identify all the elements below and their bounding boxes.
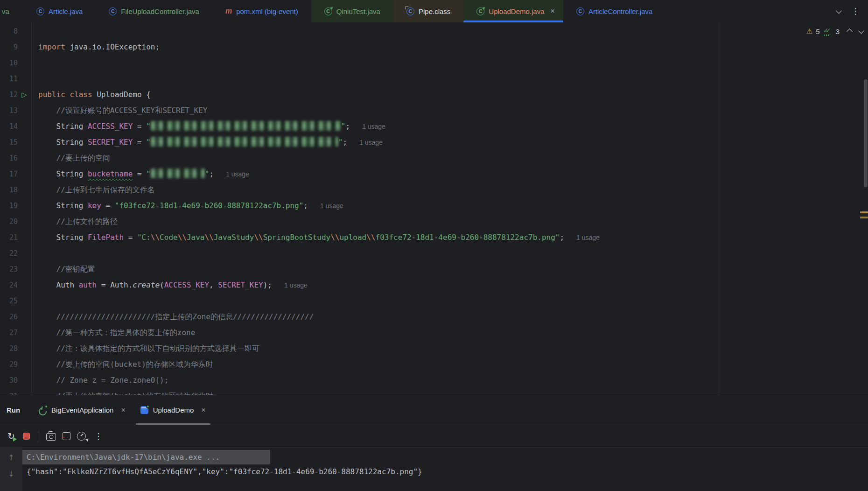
prev-issue-icon[interactable] [847,28,853,35]
code-token: " [146,138,151,147]
tab-label: UploadDemo.java [489,7,544,15]
code-token: String [56,233,88,242]
warning-stripe-mark[interactable] [860,211,868,213]
next-issue-icon[interactable] [858,28,864,34]
code-token [38,281,56,289]
code-line: //密钥配置 [38,261,868,277]
code-token: SECRET_KEY [88,138,133,147]
usage-hint[interactable]: 1 usage [226,170,249,178]
line-number: 29 [0,360,18,369]
usage-hint[interactable]: 1 usage [576,234,600,241]
editor-tab-uploaddemo-java[interactable]: CUploadDemo.java× [463,0,563,22]
code-token [38,392,56,395]
run-line-icon[interactable]: ▷ [21,91,27,98]
scroll-down-icon[interactable]: ↓ [8,470,14,478]
censored-text [151,121,341,131]
line-number: 19 [0,202,18,210]
double-check-icon: ✓ ✓ [823,28,833,35]
editor-tab-fileuploadcontroller-java[interactable]: CFileUploadController.java [96,0,212,22]
tab-label: ArticleController.java [588,7,653,15]
gutter-line: 29 [0,357,31,372]
tab-label: FileUploadController.java [121,7,199,15]
gutter-line: 19 [0,198,31,214]
editor-tab-pipe-class[interactable]: CPipe.class [393,0,463,22]
gutter-line: 24 [0,277,31,293]
close-icon[interactable]: × [201,406,205,414]
line-number: 21 [0,233,18,242]
line-number: 24 [0,281,18,289]
warning-stripe-mark[interactable] [860,217,868,218]
editor-tab-article-java[interactable]: CArticle.java [23,0,96,22]
code-token: ; [303,201,308,210]
editor-scrollbar[interactable] [864,79,868,187]
scroll-up-icon[interactable]: ↑ [8,453,14,462]
gutter-line: 22 [0,246,31,261]
editor-tab-pom-xml-big-event-[interactable]: mpom.xml (big-event) [212,0,311,22]
gauge-icon[interactable] [77,432,86,441]
editor-tab-articlecontroller-java[interactable]: CArticleController.java [563,0,666,22]
line-number: 23 [0,265,18,274]
gutter-line: 15 [0,134,31,150]
code-token: //要上传的空间(bucket)的存储区域为华东时 [56,360,213,369]
tab-label: va [2,7,9,15]
close-icon[interactable]: × [121,406,125,414]
gutter-line: 14 [0,119,31,134]
gutter-line: 31 [0,388,31,395]
usage-hint[interactable]: 1 usage [359,139,383,146]
right-margin-guide [719,22,719,395]
editor-tab-partial[interactable]: va [0,0,10,22]
run-tab-uploaddemo[interactable]: UploadDemo× [133,395,213,425]
code-token: upload [339,233,366,242]
code-line: //第一种方式：指定具体的要上传的zone [38,325,868,341]
chevron-down-icon[interactable] [836,7,842,14]
code-token: String [56,138,88,147]
code-token [38,344,56,353]
code-line: //注：该具体指定的方式和以下自动识别的方式选择其一即可 [38,341,868,357]
code-token: //上传文件的路径 [56,217,118,226]
inspections-widget[interactable]: ⚠ 5 ✓ ✓ 3 [806,27,863,35]
code-token: = [133,122,146,131]
code-token: = [133,169,146,178]
usage-hint[interactable]: 1 usage [362,123,385,130]
code-line: String FilePath = "C:\\Code\\Java\\JavaS… [38,230,868,246]
run-tab-label: BigEventApplication [51,406,113,414]
run-tabs-track: BigEventApplication×UploadDemo× [31,395,213,425]
usage-hint[interactable]: 1 usage [284,281,308,289]
kebab-menu-icon[interactable]: ⋮ [851,7,860,15]
code-line: //设置好账号的ACCESS_KEY和SECRET_KEY [38,103,868,119]
code-token [38,154,56,162]
code-token [38,360,56,369]
code-token: = [124,233,137,242]
censored-text [151,168,205,178]
code-token: //要上传的空间(bucket)的存储区域为华北时 [56,392,213,395]
code-token: //注：该具体指定的方式和以下自动识别的方式选择其一即可 [56,344,259,353]
line-number: 13 [0,106,18,115]
code-token: " [146,122,151,131]
code-line: //上传到七牛后保存的文件名 [38,182,868,198]
console-line: C:\Environment\Java\jdk-17\bin\java.exe … [22,450,868,464]
code-token: java.io.IOException; [65,42,160,51]
code-token [38,122,56,131]
warning-count: 5 [816,28,819,35]
stop-button[interactable] [23,433,30,440]
gutter-run-slot: ▷ [18,91,31,99]
code-token: //上传到七牛后保存的文件名 [56,185,155,194]
usage-hint[interactable]: 1 usage [320,202,343,210]
exit-icon[interactable]: → [63,432,70,440]
code-token: ; [209,169,214,178]
rerun-button[interactable]: ↻ [6,431,16,442]
console-icon [140,406,148,414]
close-icon[interactable]: × [551,7,555,15]
gutter-line: 27 [0,325,31,341]
line-number: 8 [0,27,18,35]
console-kebab-icon[interactable]: ⋮ [94,432,103,441]
editor-tab-qiniutest-java[interactable]: CQiniuTest.java [311,0,393,22]
run-tab-bigeventapplication[interactable]: BigEventApplication× [31,395,133,425]
camera-icon[interactable] [46,433,56,441]
editor-tabs-track: vaCArticle.javaCFileUploadController.jav… [0,0,833,22]
code-token [38,265,56,274]
code-token: ); [263,281,272,289]
console-command-fold[interactable]: C:\Environment\Java\jdk-17\bin\java.exe … [22,450,270,464]
code-token: ( [160,281,164,289]
editor-code-area[interactable]: import java.io.IOException;public class … [32,22,868,395]
